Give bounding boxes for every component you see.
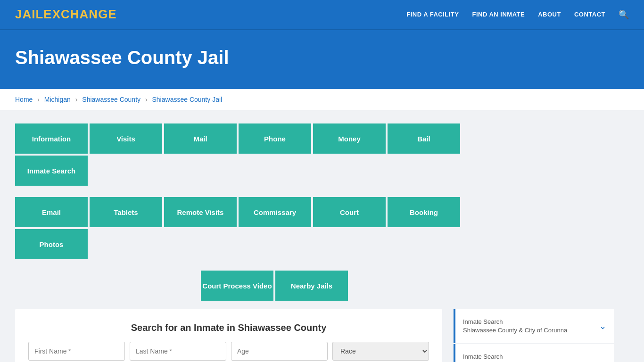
nav-about[interactable]: ABOUT: [538, 11, 561, 18]
chevron-down-icon-1: ⌄: [599, 321, 606, 331]
last-name-input[interactable]: [130, 342, 226, 361]
logo-exchange: EXCHANGE: [43, 7, 116, 21]
btn-commissary[interactable]: Commissary: [239, 197, 311, 227]
breadcrumb-county[interactable]: Shiawassee County: [82, 96, 140, 103]
sidebar-card-2-title: Inmate Search State of Michigan and Fede…: [463, 353, 569, 362]
breadcrumb: Home › Michigan › Shiawassee County › Sh…: [0, 89, 644, 110]
sidebar-cards: Inmate Search Shiawassee County & City o…: [454, 309, 614, 362]
search-form-row1: Race: [28, 342, 429, 361]
logo-jail: JAIL: [15, 7, 43, 21]
sidebar-card-1-sub: Shiawassee County & City of Corunna: [463, 326, 567, 335]
btn-visits[interactable]: Visits: [90, 123, 162, 154]
sidebar-card-1-main: Inmate Search: [463, 318, 567, 326]
breadcrumb-sep-3: ›: [145, 96, 148, 103]
btn-photos[interactable]: Photos: [15, 229, 88, 259]
site-logo[interactable]: JAILEXCHANGE: [15, 7, 117, 22]
inmate-search-panel: Search for an Inmate in Shiawassee Count…: [15, 309, 442, 362]
btn-inmate-search[interactable]: Inmate Search: [15, 156, 88, 186]
first-name-input[interactable]: [28, 342, 125, 361]
nav-find-inmate[interactable]: FIND AN INMATE: [472, 11, 525, 18]
sidebar-card-2-main: Inmate Search: [463, 353, 569, 361]
btn-information[interactable]: Information: [15, 123, 88, 154]
btn-mail[interactable]: Mail: [164, 123, 237, 154]
btn-phone[interactable]: Phone: [239, 123, 311, 154]
page-title: Shiawassee County Jail: [15, 47, 629, 68]
race-select[interactable]: Race: [332, 342, 429, 361]
two-column-layout: Search for an Inmate in Shiawassee Count…: [15, 309, 614, 362]
breadcrumb-michigan[interactable]: Michigan: [44, 96, 71, 103]
btn-tablets[interactable]: Tablets: [90, 197, 162, 227]
grid-row-2: Email Tablets Remote Visits Commissary C…: [15, 197, 534, 259]
header-search-button[interactable]: 🔍: [619, 9, 629, 20]
main-nav: FIND A FACILITY FIND AN INMATE ABOUT CON…: [406, 9, 629, 20]
nav-contact[interactable]: CONTACT: [574, 11, 605, 18]
sidebar-card-2-header[interactable]: Inmate Search State of Michigan and Fede…: [455, 344, 614, 362]
sidebar-card-2: Inmate Search State of Michigan and Fede…: [454, 344, 614, 362]
main-content: Information Visits Mail Phone Money Bail…: [0, 110, 644, 362]
age-input[interactable]: [231, 342, 328, 361]
btn-court-process-video[interactable]: Court Process Video: [201, 271, 273, 301]
sidebar-card-1: Inmate Search Shiawassee County & City o…: [454, 309, 614, 343]
btn-court[interactable]: Court: [313, 197, 386, 227]
hero-section: Shiawassee County Jail: [0, 30, 644, 89]
chevron-down-icon-2: ⌄: [599, 356, 606, 362]
breadcrumb-home[interactable]: Home: [15, 96, 33, 103]
btn-remote-visits[interactable]: Remote Visits: [164, 197, 237, 227]
sidebar-card-1-title: Inmate Search Shiawassee County & City o…: [463, 318, 567, 335]
breadcrumb-jail[interactable]: Shiawassee County Jail: [152, 96, 223, 103]
sidebar-card-1-header[interactable]: Inmate Search Shiawassee County & City o…: [455, 309, 614, 343]
nav-find-facility[interactable]: FIND A FACILITY: [406, 11, 459, 18]
grid-row-1: Information Visits Mail Phone Money Bail…: [15, 123, 534, 186]
site-header: JAILEXCHANGE FIND A FACILITY FIND AN INM…: [0, 0, 644, 30]
btn-bail[interactable]: Bail: [388, 123, 460, 154]
btn-money[interactable]: Money: [313, 123, 386, 154]
btn-nearby-jails[interactable]: Nearby Jails: [275, 271, 348, 301]
btn-email[interactable]: Email: [15, 197, 88, 227]
btn-booking[interactable]: Booking: [388, 197, 460, 227]
breadcrumb-sep-1: ›: [37, 96, 40, 103]
breadcrumb-sep-2: ›: [75, 96, 78, 103]
search-panel-title: Search for an Inmate in Shiawassee Count…: [28, 322, 429, 333]
grid-row-3: Court Process Video Nearby Jails: [15, 271, 534, 301]
